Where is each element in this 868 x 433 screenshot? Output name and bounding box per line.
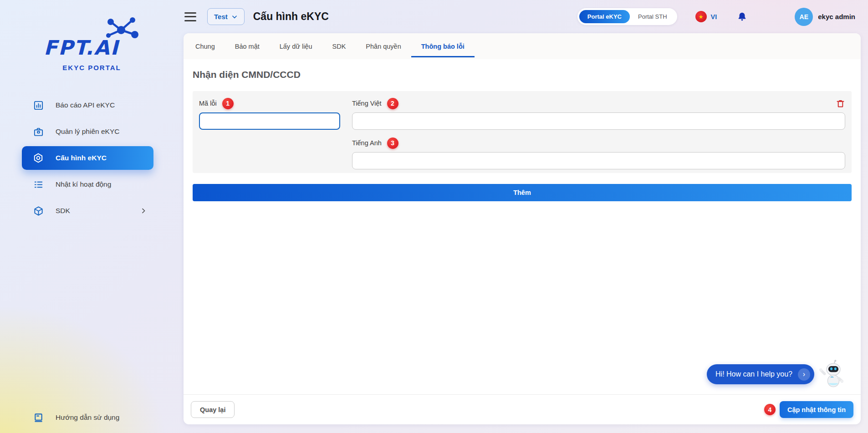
chevron-down-icon (231, 14, 238, 20)
back-button[interactable]: Quay lại (191, 401, 235, 418)
vietnamese-message-input[interactable] (352, 112, 845, 130)
hamburger-menu-icon[interactable] (184, 12, 196, 21)
user-menu[interactable]: AE ekyc admin (795, 8, 855, 26)
chat-widget: Hi! How can I help you? › (707, 360, 847, 389)
add-button[interactable]: Thêm (193, 184, 852, 201)
update-info-button[interactable]: Cập nhật thông tin (780, 401, 853, 418)
chat-prompt-button[interactable]: Hi! How can I help you? › (707, 364, 814, 384)
step-badge-2: 2 (387, 98, 398, 109)
sidebar-item-label: Hướng dẫn sử dụng (56, 413, 119, 422)
topbar-right: Portal eKYC Portal STH ★ VI AE ekyc admi… (577, 8, 855, 26)
page-title: Cấu hình eKYC (253, 10, 329, 23)
user-name: ekyc admin (818, 13, 855, 20)
sidebar-item-quan-ly-phien[interactable]: Quản lý phiên eKYC (22, 120, 153, 143)
section-title: Nhận diện CMND/CCCD (193, 69, 852, 80)
avatar: AE (795, 8, 813, 26)
briefcase-icon (33, 126, 44, 137)
error-message-form: Mã lỗi 1 Tiếng Việt 2 (193, 91, 852, 173)
sidebar-item-label: Cấu hình eKYC (56, 154, 107, 162)
chat-message: Hi! How can I help you? (715, 370, 792, 378)
tab-thong-bao-loi[interactable]: Thông báo lỗi (411, 33, 475, 59)
portal-sth-toggle[interactable]: Portal STH (630, 10, 675, 23)
sidebar-item-nhat-ki[interactable]: Nhật kí hoạt động (22, 173, 153, 196)
content-card: Chung Bảo mật Lấy dữ liệu SDK Phân quyền… (184, 33, 861, 424)
footer-actions: 4 Cập nhật thông tin (764, 401, 853, 418)
sidebar-item-label: Quản lý phiên eKYC (56, 127, 119, 136)
chatbot-robot-icon[interactable] (819, 360, 847, 389)
portal-toggle: Portal eKYC Portal STH (577, 8, 677, 25)
ekyc-portal-page: FPT.AI EKYC PORTAL Báo cáo API eKYC (0, 0, 868, 433)
sidebar-menu: Báo cáo API eKYC Quản lý phiên eKYC (0, 93, 184, 223)
bar-chart-icon (33, 100, 44, 111)
sidebar-item-label: Báo cáo API eKYC (56, 101, 115, 109)
activity-log-icon (33, 179, 44, 190)
settings-icon (33, 153, 44, 163)
step-badge-3: 3 (387, 138, 398, 149)
sidebar-item-huong-dan[interactable]: Hướng dẫn sử dụng (22, 412, 119, 423)
field-label-tieng-viet: Tiếng Việt (352, 100, 382, 107)
delete-row-button[interactable] (836, 99, 845, 108)
sidebar: FPT.AI EKYC PORTAL Báo cáo API eKYC (0, 0, 184, 433)
tab-sdk[interactable]: SDK (322, 33, 356, 59)
project-selector-label: Test (214, 13, 228, 20)
card-footer: Quay lại 4 Cập nhật thông tin (184, 394, 861, 424)
english-message-input[interactable] (352, 152, 845, 169)
brand-logo: FPT.AI EKYC PORTAL (0, 0, 184, 71)
tab-chung[interactable]: Chung (185, 33, 225, 59)
vietnam-flag-icon: ★ (695, 11, 707, 22)
logo-subtitle: EKYC PORTAL (0, 64, 184, 71)
step-badge-4: 4 (764, 404, 776, 415)
sidebar-item-bao-cao-api[interactable]: Báo cáo API eKYC (22, 93, 153, 117)
project-selector[interactable]: Test (207, 8, 245, 25)
portal-ekyc-toggle[interactable]: Portal eKYC (579, 10, 630, 23)
tab-lay-du-lieu[interactable]: Lấy dữ liệu (270, 33, 322, 59)
chevron-right-icon: › (798, 368, 810, 381)
tab-panel-thong-bao-loi: Nhận diện CMND/CCCD Mã lỗi 1 Tiếng Việt … (184, 59, 861, 394)
trash-icon (836, 99, 845, 108)
chevron-right-icon (140, 207, 147, 214)
field-label-tieng-anh: Tiếng Anh (352, 139, 382, 147)
tab-phan-quyen[interactable]: Phân quyền (356, 33, 411, 59)
fpt-ai-logo-icon: FPT.AI (40, 16, 144, 60)
translations-column: Tiếng Việt 2 (352, 97, 845, 169)
language-switcher[interactable]: ★ VI (695, 11, 717, 22)
sidebar-item-label: SDK (56, 207, 70, 215)
field-label-ma-loi: Mã lỗi (199, 100, 217, 107)
svg-text:FPT.AI: FPT.AI (44, 36, 120, 59)
error-code-input[interactable] (199, 112, 340, 130)
topbar: Test Cấu hình eKYC Portal eKYC Portal ST… (184, 0, 868, 33)
tab-bar: Chung Bảo mật Lấy dữ liệu SDK Phân quyền… (184, 33, 861, 59)
notification-bell-icon[interactable] (737, 11, 747, 22)
tab-bao-mat[interactable]: Bảo mật (225, 33, 270, 59)
main-area: Test Cấu hình eKYC Portal eKYC Portal ST… (184, 0, 868, 433)
sidebar-item-sdk[interactable]: SDK (22, 199, 153, 223)
book-icon (33, 412, 44, 423)
language-code: VI (711, 13, 717, 20)
cube-icon (33, 205, 44, 216)
sidebar-item-label: Nhật kí hoạt động (56, 180, 111, 188)
error-code-column: Mã lỗi 1 (199, 97, 340, 169)
step-badge-1: 1 (222, 98, 234, 109)
sidebar-item-cau-hinh[interactable]: Cấu hình eKYC (22, 146, 153, 170)
